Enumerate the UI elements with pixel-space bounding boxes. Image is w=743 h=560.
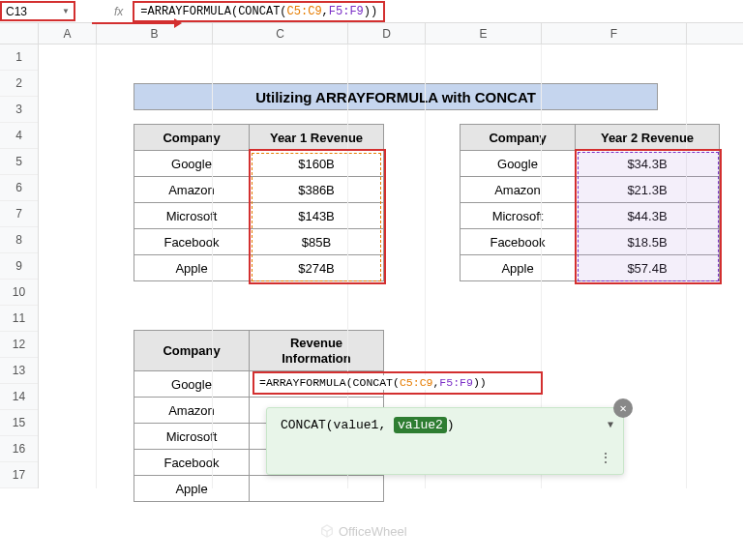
cell-company[interactable]: Microsoft xyxy=(461,203,576,229)
tooltip-fn: CONCAT( xyxy=(281,418,334,432)
cell-company[interactable]: Google xyxy=(461,151,576,177)
formula-bar: C13 ▼ fx =ARRAYFORMULA(CONCAT(C5:C9,F5:F… xyxy=(0,0,743,23)
cell-company[interactable]: Apple xyxy=(461,255,576,281)
header-company: Company xyxy=(134,331,250,371)
row-header[interactable]: 15 xyxy=(0,410,38,436)
annotation-arrow xyxy=(92,22,179,24)
cell-value[interactable]: $85B xyxy=(250,229,384,255)
row-header[interactable]: 11 xyxy=(0,306,38,332)
formula-input[interactable]: =ARRAYFORMULA(CONCAT(C5:C9,F5:F9)) xyxy=(133,1,385,22)
formula-tooltip: ✕ CONCAT(value1, value2) ▼ ⋮ xyxy=(266,407,624,475)
column-header[interactable]: A xyxy=(39,23,97,44)
cell-company[interactable]: Apple xyxy=(134,255,250,281)
cell-company[interactable]: Amazon xyxy=(134,177,250,203)
logo-icon xyxy=(319,523,335,539)
name-box-value: C13 xyxy=(6,5,27,18)
row-header[interactable]: 5 xyxy=(0,149,38,175)
cell-value[interactable]: $274B xyxy=(250,255,384,281)
table-row: Microsoft$143B xyxy=(134,203,384,229)
cell-formula-c13[interactable]: =ARRAYFORMULA(CONCAT(C5:C9,F5:F9)) xyxy=(257,375,489,390)
row-header[interactable]: 13 xyxy=(0,358,38,384)
select-all-corner[interactable] xyxy=(0,23,39,44)
row-header[interactable]: 7 xyxy=(0,201,38,227)
watermark: OfficeWheel xyxy=(319,523,407,539)
cell-company[interactable]: Microsoft xyxy=(134,424,250,450)
row-header[interactable]: 12 xyxy=(0,332,38,358)
table-row: Apple$274B xyxy=(134,255,384,281)
column-header[interactable]: E xyxy=(426,23,542,44)
grid-area[interactable]: Utilizing ARRAYFORMULA with CONCAT Compa… xyxy=(39,44,743,488)
close-icon[interactable]: ✕ xyxy=(613,398,633,418)
table-year2: CompanyYear 2 Revenue Google$34.3BAmazon… xyxy=(460,124,720,281)
tooltip-v1: value1 xyxy=(334,418,379,432)
column-headers: ABCDEF xyxy=(0,23,743,44)
cell-company[interactable]: Facebook xyxy=(134,229,250,255)
chevron-down-icon[interactable]: ▼ xyxy=(62,7,70,15)
row-headers: 1234567891011121314151617 xyxy=(0,44,39,488)
fx-icon: fx xyxy=(114,5,123,18)
column-header[interactable]: C xyxy=(213,23,348,44)
header-revenue-info: Revenue Information xyxy=(250,331,384,371)
table-row: Google$160B xyxy=(134,151,384,177)
header-company: Company xyxy=(134,125,250,151)
header-year2: Year 2 Revenue xyxy=(576,125,720,151)
cell-value[interactable]: $21.3B xyxy=(576,177,720,203)
row-header[interactable]: 14 xyxy=(0,384,38,410)
table-row: Facebook$18.5B xyxy=(461,229,720,255)
table-row: Microsoft$44.3B xyxy=(461,203,720,229)
row-header[interactable]: 16 xyxy=(0,436,38,462)
header-year1: Year 1 Revenue xyxy=(250,125,384,151)
cell-value[interactable]: $160B xyxy=(250,151,384,177)
row-header[interactable]: 6 xyxy=(0,175,38,201)
cell-value[interactable]: $143B xyxy=(250,203,384,229)
chevron-down-icon[interactable]: ▼ xyxy=(608,420,613,430)
row-header[interactable]: 8 xyxy=(0,227,38,253)
cell-value[interactable]: $57.4B xyxy=(576,255,720,281)
cell-company[interactable]: Facebook xyxy=(461,229,576,255)
cell-company[interactable]: Google xyxy=(134,151,250,177)
row-header[interactable]: 2 xyxy=(0,71,38,97)
row-header[interactable]: 3 xyxy=(0,97,38,123)
table-row: CompanyYear 1 Revenue xyxy=(134,125,384,151)
table-row: CompanyRevenue Information xyxy=(134,331,384,371)
table-row: Apple$57.4B xyxy=(461,255,720,281)
cell-company[interactable]: Amazon xyxy=(134,398,250,424)
table-row: Google$34.3B xyxy=(461,151,720,177)
row-header[interactable]: 17 xyxy=(0,462,38,488)
table-row: Apple xyxy=(134,476,384,502)
row-header[interactable]: 9 xyxy=(0,253,38,280)
cell-value[interactable]: $18.5B xyxy=(576,229,720,255)
cell-company[interactable]: Microsoft xyxy=(134,203,250,229)
cell-value[interactable]: $44.3B xyxy=(576,203,720,229)
cell-value[interactable] xyxy=(250,476,384,502)
column-header[interactable]: D xyxy=(348,23,426,44)
cell-company[interactable]: Amazon xyxy=(461,177,576,203)
cell-value[interactable]: $34.3B xyxy=(576,151,720,177)
column-header[interactable]: F xyxy=(542,23,687,44)
cell-value[interactable]: $386B xyxy=(250,177,384,203)
more-icon[interactable]: ⋮ xyxy=(599,450,611,466)
header-company: Company xyxy=(461,125,576,151)
tooltip-v2: value2 xyxy=(394,417,447,433)
table-row: CompanyYear 2 Revenue xyxy=(461,125,720,151)
name-box[interactable]: C13 ▼ xyxy=(0,1,75,21)
cell-company[interactable]: Apple xyxy=(134,476,250,502)
fx-area: fx =ARRAYFORMULA(CONCAT(C5:C9,F5:F9)) xyxy=(114,1,743,22)
row-header[interactable]: 10 xyxy=(0,280,38,306)
table-row: Amazon$386B xyxy=(134,177,384,203)
column-header[interactable]: B xyxy=(97,23,213,44)
cell-company[interactable]: Google xyxy=(134,371,250,398)
row-header[interactable]: 1 xyxy=(0,44,38,71)
table-row: Facebook$85B xyxy=(134,229,384,255)
table-row: Amazon$21.3B xyxy=(461,177,720,203)
row-header[interactable]: 4 xyxy=(0,123,38,149)
cell-company[interactable]: Facebook xyxy=(134,450,250,476)
